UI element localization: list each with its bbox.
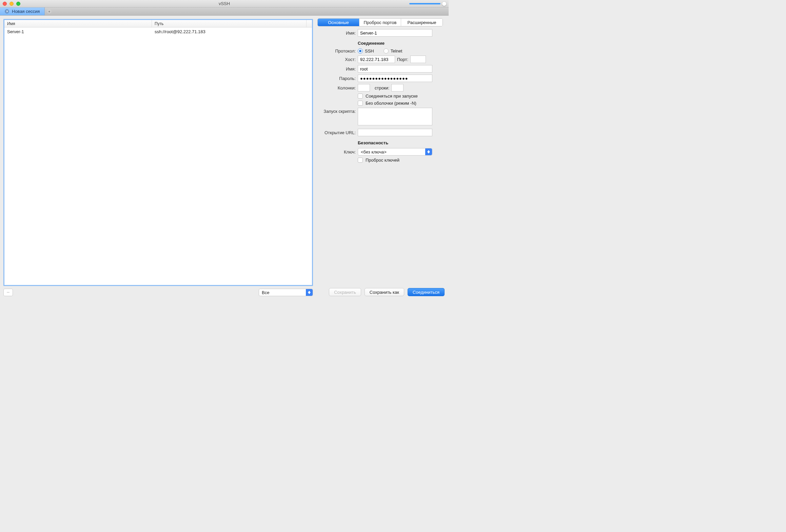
title-slider[interactable] [409, 1, 447, 6]
remove-connection-button[interactable]: − [3, 289, 13, 296]
name-label: Имя: [316, 30, 356, 36]
password-label: Пароль: [316, 76, 356, 81]
settings-tabs: Основные Проброс портов Расширенные [317, 18, 443, 26]
select-stepper-icon [306, 289, 313, 296]
checkbox-icon [358, 158, 363, 163]
titlebar: vSSH [0, 0, 449, 7]
connect-button[interactable]: Соединиться [408, 288, 445, 296]
tab-port-forwarding[interactable]: Проброс портов [359, 19, 401, 26]
traffic-lights [3, 2, 20, 6]
key-label: Ключ: [316, 149, 356, 155]
rows-input[interactable] [391, 84, 404, 91]
window-title: vSSH [219, 1, 230, 6]
port-input[interactable] [410, 56, 426, 63]
zoom-window-button[interactable] [16, 2, 20, 6]
connections-table[interactable]: Имя Путь Server-1 ssh://root@92.222.71.1… [3, 19, 313, 286]
left-pane: Имя Путь Server-1 ssh://root@92.222.71.1… [0, 16, 313, 300]
plus-icon: + [47, 9, 52, 14]
minimize-window-button[interactable] [9, 2, 14, 6]
radio-dot-icon [384, 48, 389, 54]
script-textarea[interactable] [358, 108, 432, 125]
protocol-ssh-label: SSH [365, 48, 374, 54]
right-pane: Основные Проброс портов Расширенные Имя:… [313, 16, 449, 300]
save-button[interactable]: Сохранить [329, 288, 361, 296]
table-header: Имя Путь [4, 20, 312, 27]
columns-input[interactable] [358, 84, 370, 91]
key-forwarding-checkbox[interactable]: Проброс ключей [358, 158, 399, 163]
open-url-label: Открытие URL: [316, 130, 356, 135]
content-area: Имя Путь Server-1 ssh://root@92.222.71.1… [0, 16, 449, 300]
add-tab-button[interactable]: + [45, 7, 54, 15]
security-header: Безопасность [358, 140, 445, 145]
cell-path: ssh://root@92.222.71.183 [152, 29, 312, 34]
open-url-input[interactable] [358, 129, 432, 136]
protocol-label: Протокол: [316, 48, 356, 54]
name-input[interactable] [358, 29, 432, 37]
slider-track [409, 3, 440, 4]
session-tab-label: Новая сессия [12, 9, 40, 14]
column-header-name[interactable]: Имя [4, 20, 152, 27]
radio-dot-icon [358, 48, 363, 54]
close-window-button[interactable] [3, 2, 7, 6]
save-as-button[interactable]: Сохранить как [365, 288, 404, 296]
columns-label: Колонки: [316, 85, 356, 90]
host-input[interactable] [358, 56, 395, 63]
cell-name: Server-1 [4, 29, 152, 34]
connect-on-start-label: Соединяться при запуске [366, 94, 418, 99]
key-select-value: <без ключа> [361, 149, 387, 155]
filter-wrapper: Все [259, 289, 313, 296]
no-shell-checkbox[interactable]: Без оболочки (режим -N) [358, 101, 416, 106]
svg-marker-3 [427, 152, 430, 154]
port-label: Порт: [397, 57, 408, 62]
password-input[interactable] [358, 75, 432, 82]
key-select[interactable]: <без ключа> [358, 148, 432, 156]
rows-label: строки: [375, 85, 389, 90]
footer-buttons: Сохранить Сохранить как Соединиться [316, 285, 445, 296]
tab-bar: ✕ Новая сессия + [0, 7, 449, 16]
connection-header: Соединение [358, 41, 445, 46]
svg-marker-1 [308, 292, 311, 294]
username-input[interactable] [358, 65, 432, 73]
left-footer: − Все [3, 289, 313, 296]
tab-advanced[interactable]: Расширенные [401, 19, 443, 26]
session-tab[interactable]: ✕ Новая сессия [0, 7, 45, 15]
column-header-spacer [307, 20, 312, 27]
script-label: Запуск скрипта: [316, 108, 356, 114]
filter-select-value: Все [262, 290, 269, 295]
key-forwarding-label: Проброс ключей [366, 158, 399, 163]
connect-on-start-checkbox[interactable]: Соединяться при запуске [358, 94, 418, 99]
checkbox-icon [358, 94, 363, 99]
slider-thumb[interactable] [442, 1, 447, 6]
close-tab-icon[interactable]: ✕ [5, 9, 9, 14]
no-shell-label: Без оболочки (режим -N) [366, 101, 416, 106]
table-row[interactable]: Server-1 ssh://root@92.222.71.183 [4, 27, 312, 36]
column-header-path[interactable]: Путь [152, 20, 307, 27]
protocol-ssh-radio[interactable]: SSH [358, 48, 374, 54]
select-stepper-icon [425, 148, 432, 155]
filter-select[interactable]: Все [259, 289, 313, 296]
checkbox-icon [358, 101, 363, 106]
host-label: Хост: [316, 57, 356, 62]
table-body: Server-1 ssh://root@92.222.71.183 [4, 27, 312, 285]
protocol-telnet-label: Telnet [391, 48, 402, 54]
settings-form: Имя: Соединение Протокол: SSH Telnet [316, 29, 445, 163]
username-label: Имя: [316, 66, 356, 71]
protocol-telnet-radio[interactable]: Telnet [384, 48, 402, 54]
tab-basic[interactable]: Основные [318, 19, 359, 26]
app-window: vSSH ✕ Новая сессия + Имя Путь [0, 0, 449, 300]
